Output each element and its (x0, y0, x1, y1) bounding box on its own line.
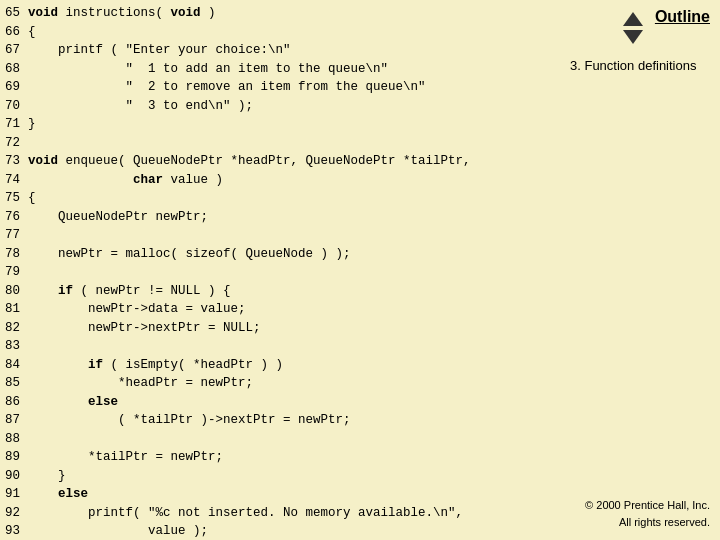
code-line: 89 *tailPtr = newPtr; (0, 448, 560, 467)
line-number: 67 (0, 41, 28, 60)
line-code: *headPtr = newPtr; (28, 374, 560, 393)
code-line: 67 printf ( "Enter your choice:\n" (0, 41, 560, 60)
line-code: else (28, 393, 560, 412)
line-number: 84 (0, 356, 28, 375)
line-number: 90 (0, 467, 28, 486)
line-code (28, 337, 560, 356)
scroll-down-arrow[interactable] (623, 30, 643, 44)
line-number: 71 (0, 115, 28, 134)
line-code: } (28, 115, 560, 134)
line-code: { (28, 189, 560, 208)
code-line: 68 " 1 to add an item to the queue\n" (0, 60, 560, 79)
line-number: 81 (0, 300, 28, 319)
code-line: 81 newPtr->data = value; (0, 300, 560, 319)
code-line: 83 (0, 337, 560, 356)
line-code: newPtr->nextPtr = NULL; (28, 319, 560, 338)
line-number: 75 (0, 189, 28, 208)
code-line: 74 char value ) (0, 171, 560, 190)
line-number: 70 (0, 97, 28, 116)
outline-title: Outline (655, 8, 710, 26)
line-number: 86 (0, 393, 28, 412)
line-number: 79 (0, 263, 28, 282)
code-line: 93 value ); (0, 522, 560, 540)
code-line: 66{ (0, 23, 560, 42)
code-line: 92 printf( "%c not inserted. No memory a… (0, 504, 560, 523)
code-line: 85 *headPtr = newPtr; (0, 374, 560, 393)
line-code: value ); (28, 522, 560, 540)
line-number: 88 (0, 430, 28, 449)
line-code: ( *tailPtr )->nextPtr = newPtr; (28, 411, 560, 430)
outline-text: 3. Function definitions (570, 58, 710, 73)
code-line: 70 " 3 to end\n" ); (0, 97, 560, 116)
line-number: 89 (0, 448, 28, 467)
line-number: 91 (0, 485, 28, 504)
line-number: 65 (0, 4, 28, 23)
copyright-line1: © 2000 Prentice Hall, Inc. (585, 499, 710, 511)
code-line: 87 ( *tailPtr )->nextPtr = newPtr; (0, 411, 560, 430)
copyright-line2: All rights reserved. (619, 516, 710, 528)
main-container: 65void instructions( void )66{67 printf … (0, 0, 720, 540)
line-code: void enqueue( QueueNodePtr *headPtr, Que… (28, 152, 560, 171)
sidebar: Outline 3. Function definitions (560, 0, 720, 540)
line-number: 85 (0, 374, 28, 393)
line-number: 87 (0, 411, 28, 430)
copyright: © 2000 Prentice Hall, Inc. All rights re… (585, 497, 710, 530)
code-line: 73void enqueue( QueueNodePtr *headPtr, Q… (0, 152, 560, 171)
code-line: 91 else (0, 485, 560, 504)
line-code: *tailPtr = newPtr; (28, 448, 560, 467)
line-code: newPtr = malloc( sizeof( QueueNode ) ); (28, 245, 560, 264)
line-number: 74 (0, 171, 28, 190)
code-line: 78 newPtr = malloc( sizeof( QueueNode ) … (0, 245, 560, 264)
code-line: 75{ (0, 189, 560, 208)
code-line: 65void instructions( void ) (0, 4, 560, 23)
code-line: 71} (0, 115, 560, 134)
outline-header: Outline (570, 8, 710, 46)
code-line: 72 (0, 134, 560, 153)
code-line: 80 if ( newPtr != NULL ) { (0, 282, 560, 301)
scroll-up-arrow[interactable] (623, 12, 643, 26)
line-code: " 3 to end\n" ); (28, 97, 560, 116)
line-code: { (28, 23, 560, 42)
line-code: } (28, 467, 560, 486)
line-number: 73 (0, 152, 28, 171)
line-code: " 2 to remove an item from the queue\n" (28, 78, 560, 97)
code-line: 88 (0, 430, 560, 449)
line-number: 76 (0, 208, 28, 227)
line-code: printf( "%c not inserted. No memory avai… (28, 504, 560, 523)
line-number: 92 (0, 504, 28, 523)
line-number: 66 (0, 23, 28, 42)
line-code (28, 226, 560, 245)
code-line: 77 (0, 226, 560, 245)
line-code (28, 430, 560, 449)
line-number: 68 (0, 60, 28, 79)
line-code (28, 263, 560, 282)
line-code: QueueNodePtr newPtr; (28, 208, 560, 227)
line-code: void instructions( void ) (28, 4, 560, 23)
line-number: 80 (0, 282, 28, 301)
line-number: 93 (0, 522, 28, 540)
code-line: 84 if ( isEmpty( *headPtr ) ) (0, 356, 560, 375)
line-number: 82 (0, 319, 28, 338)
code-line: 90 } (0, 467, 560, 486)
code-line: 86 else (0, 393, 560, 412)
code-line: 79 (0, 263, 560, 282)
code-line: 76 QueueNodePtr newPtr; (0, 208, 560, 227)
line-code: char value ) (28, 171, 560, 190)
line-number: 72 (0, 134, 28, 153)
line-code: else (28, 485, 560, 504)
line-number: 78 (0, 245, 28, 264)
line-code: if ( newPtr != NULL ) { (28, 282, 560, 301)
line-number: 83 (0, 337, 28, 356)
line-code (28, 134, 560, 153)
code-line: 82 newPtr->nextPtr = NULL; (0, 319, 560, 338)
line-code: printf ( "Enter your choice:\n" (28, 41, 560, 60)
line-code: newPtr->data = value; (28, 300, 560, 319)
line-code: " 1 to add an item to the queue\n" (28, 60, 560, 79)
code-line: 69 " 2 to remove an item from the queue\… (0, 78, 560, 97)
line-number: 77 (0, 226, 28, 245)
code-panel: 65void instructions( void )66{67 printf … (0, 0, 560, 540)
line-code: if ( isEmpty( *headPtr ) ) (28, 356, 560, 375)
line-number: 69 (0, 78, 28, 97)
